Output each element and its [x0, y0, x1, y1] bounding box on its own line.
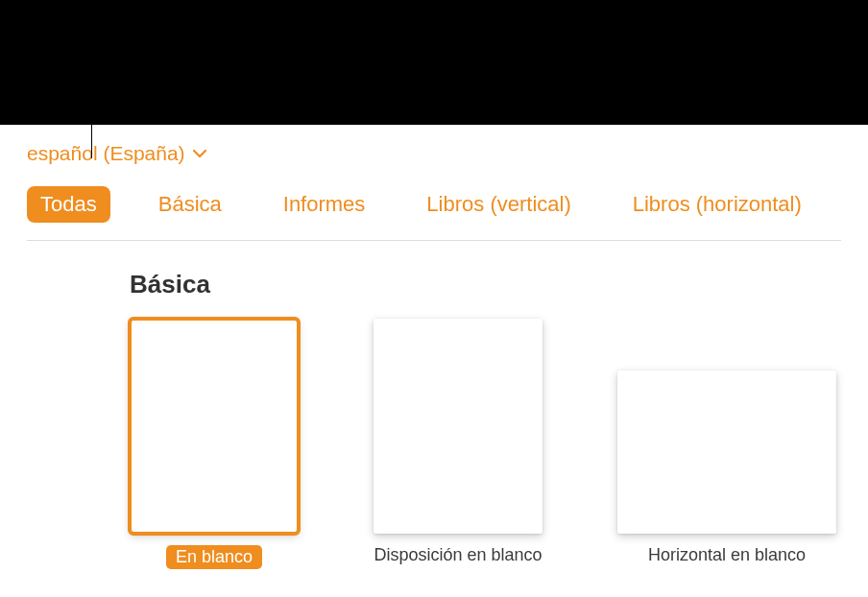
tab-basica[interactable]: Básica: [145, 186, 235, 223]
section-title: Básica: [130, 270, 738, 299]
template-label-blank: En blanco: [166, 545, 262, 569]
template-thumbnail-blank: [130, 319, 299, 534]
template-blank[interactable]: En blanco: [130, 319, 299, 569]
template-thumbnail-blank-layout: [374, 319, 542, 534]
template-blank-layout[interactable]: Disposición en blanco: [374, 319, 542, 565]
template-thumbnail-blank-horizontal: [617, 370, 836, 534]
tab-libros-horizontal[interactable]: Libros (horizontal): [619, 186, 815, 223]
tab-libros-vertical[interactable]: Libros (vertical): [413, 186, 584, 223]
language-label: español (España): [27, 142, 185, 165]
templates-panel: Básica En blanco Disposición en blanco H…: [0, 241, 868, 569]
category-tabs: Todas Básica Informes Libros (vertical) …: [27, 186, 841, 241]
template-blank-horizontal[interactable]: Horizontal en blanco: [617, 319, 836, 565]
chevron-down-icon: [193, 149, 206, 158]
template-grid: En blanco Disposición en blanco Horizont…: [130, 319, 738, 569]
template-label-blank-layout: Disposición en blanco: [374, 545, 542, 565]
template-label-blank-horizontal: Horizontal en blanco: [648, 545, 806, 565]
tab-todas[interactable]: Todas: [27, 186, 110, 223]
header: español (España) Todas Básica Informes L…: [0, 125, 868, 241]
tab-informes[interactable]: Informes: [270, 186, 379, 223]
language-selector[interactable]: español (España): [27, 142, 206, 165]
callout-line: [91, 84, 92, 158]
top-bar: [0, 0, 868, 125]
